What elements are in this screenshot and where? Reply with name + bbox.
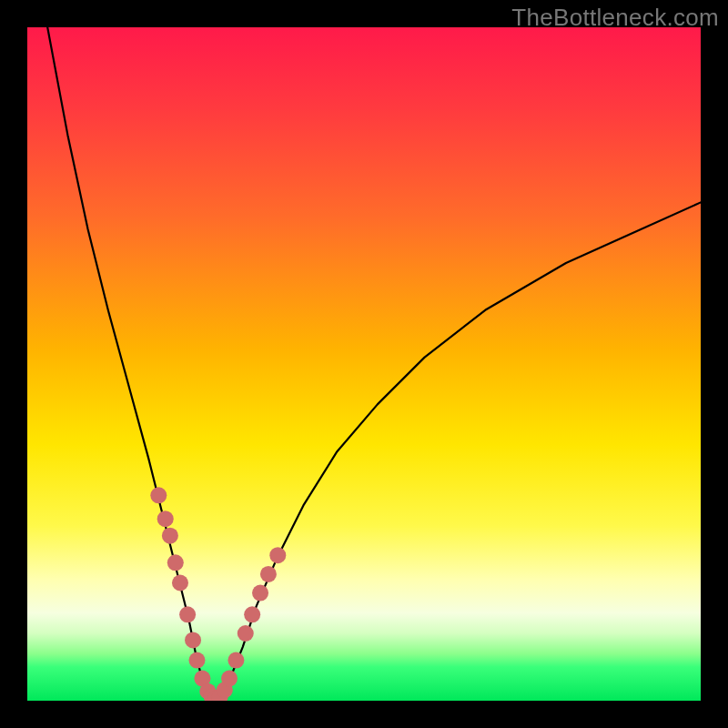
highlight-dot	[238, 625, 254, 642]
highlight-dot	[167, 554, 184, 571]
highlight-dot	[188, 652, 205, 669]
highlight-dot	[179, 606, 196, 622]
chart-frame: TheBottleneck.com	[0, 0, 728, 728]
highlight-dot	[172, 575, 188, 592]
highlight-dot	[260, 566, 277, 582]
chart-svg	[27, 27, 701, 701]
bottleneck-curve	[47, 27, 701, 701]
plot-area	[27, 27, 701, 701]
highlight-dot	[157, 511, 174, 527]
highlight-dot	[228, 652, 244, 669]
highlight-dot	[252, 585, 268, 602]
highlight-dot	[269, 547, 286, 563]
highlight-dots	[150, 487, 286, 701]
highlight-dot	[150, 487, 167, 503]
highlight-dot	[162, 528, 178, 544]
watermark-text: TheBottleneck.com	[511, 4, 719, 32]
highlight-dot	[244, 606, 260, 622]
highlight-dot	[185, 632, 201, 648]
highlight-dot	[221, 671, 238, 687]
